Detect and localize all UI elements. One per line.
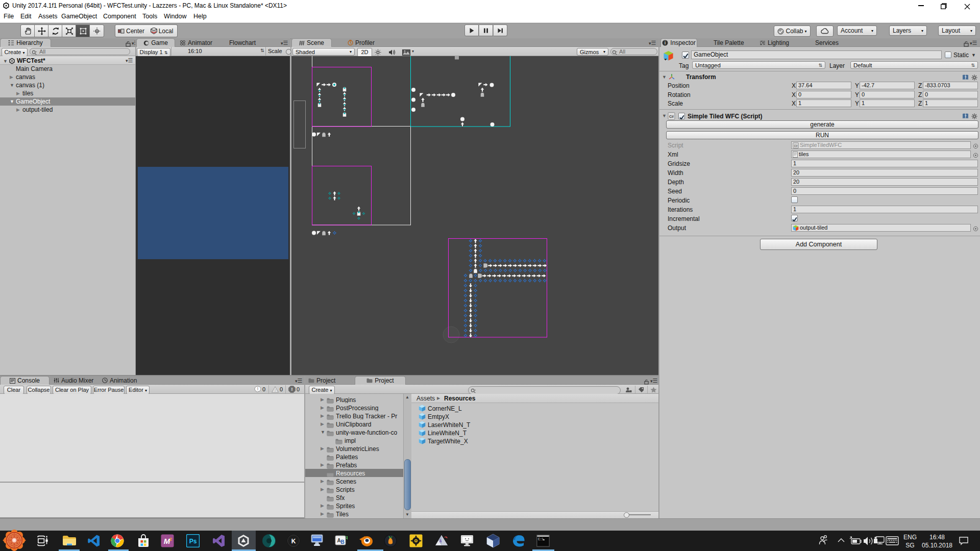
svg-text:?: ? [965, 114, 967, 118]
svg-text:!: ! [275, 388, 276, 392]
svg-text:Ps: Ps [189, 538, 197, 545]
svg-text:2: 2 [169, 537, 172, 542]
svg-text:K: K [291, 538, 296, 545]
svg-text:?: ? [965, 76, 967, 79]
svg-text:C#: C# [669, 115, 674, 118]
svg-text:!: ! [291, 387, 292, 392]
svg-text:i: i [665, 40, 666, 45]
svg-text:λ: λ [439, 539, 442, 543]
svg-text:!: ! [257, 386, 259, 391]
svg-text:B: B [340, 539, 344, 545]
svg-text:C#: C# [794, 144, 797, 147]
